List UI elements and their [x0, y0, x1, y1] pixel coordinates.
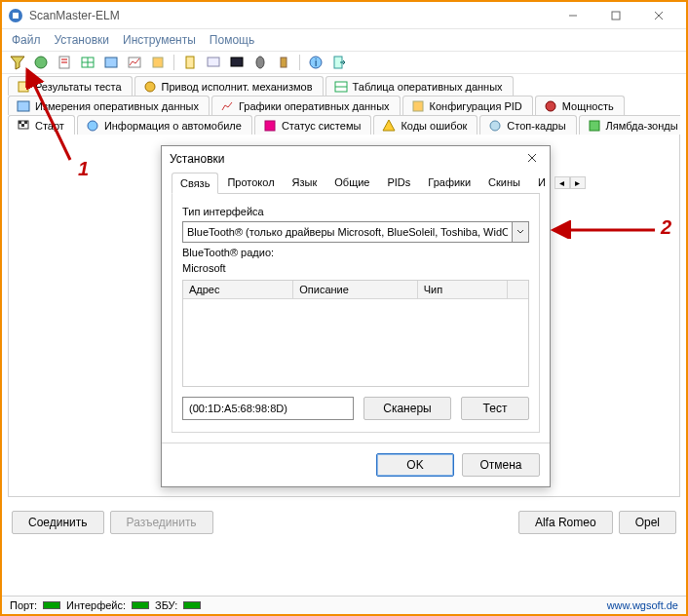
- tab-fault-codes[interactable]: Коды ошибок: [373, 115, 478, 135]
- dialog-tab-pids[interactable]: PIDs: [378, 172, 419, 193]
- document-icon[interactable]: [57, 55, 72, 70]
- menu-file[interactable]: Файл: [12, 33, 41, 47]
- svg-rect-28: [18, 101, 29, 111]
- menu-help[interactable]: Помощь: [210, 33, 254, 47]
- app-window: ScanMaster-ELM Файл Установки Инструмент…: [0, 0, 688, 616]
- exit-icon[interactable]: [331, 55, 347, 70]
- dialog-tab-graphs[interactable]: Графики: [419, 172, 479, 193]
- tab-scroll-left[interactable]: ◂: [554, 176, 570, 189]
- tab-measurements[interactable]: Измерения оперативных данных: [8, 96, 210, 115]
- statusbar: Порт: Интерфейс: ЗБУ: www.wgsoft.de: [2, 596, 686, 614]
- chart-icon[interactable]: [127, 55, 142, 70]
- flag-icon: [17, 119, 30, 133]
- tab-scroll-right[interactable]: ▸: [570, 176, 586, 189]
- vendor-link[interactable]: www.wgsoft.de: [607, 599, 678, 611]
- col-description[interactable]: Описание: [293, 281, 417, 298]
- dialog-tab-connection[interactable]: Связь: [172, 173, 218, 194]
- svg-rect-33: [24, 121, 27, 124]
- menu-settings[interactable]: Установки: [55, 33, 109, 47]
- config-icon[interactable]: [150, 55, 166, 70]
- dialog-titlebar: Установки: [162, 146, 550, 172]
- toolbar: i: [2, 52, 686, 74]
- tab-lambda[interactable]: Лямбда-зонды: [579, 115, 680, 135]
- col-chip[interactable]: Чип: [418, 281, 508, 298]
- cancel-button[interactable]: Отмена: [462, 453, 540, 477]
- funnel-icon[interactable]: [10, 55, 25, 70]
- globe-icon[interactable]: [33, 55, 49, 70]
- chevron-down-icon: [516, 228, 524, 236]
- svg-rect-34: [21, 124, 24, 127]
- monitor-icon[interactable]: [206, 55, 221, 70]
- port-led: [43, 601, 60, 609]
- tab-label: Привод исполнит. механизмов: [162, 81, 313, 93]
- minimize-button[interactable]: [552, 4, 594, 27]
- clipboard-icon[interactable]: [182, 55, 198, 70]
- dialog-close-button[interactable]: [522, 152, 542, 166]
- close-button[interactable]: [637, 4, 680, 27]
- interface-type-label: Тип интерфейса: [182, 206, 529, 217]
- tab-label: Информация о автомобиле: [104, 120, 242, 132]
- svg-point-6: [35, 57, 47, 68]
- dialog-tab-protocol[interactable]: Протокол: [218, 172, 283, 193]
- svg-text:i: i: [315, 58, 317, 68]
- tab-actuators[interactable]: Привод исполнит. механизмов: [134, 76, 324, 96]
- tab-start[interactable]: Старт: [8, 115, 75, 135]
- tab-pid-config[interactable]: Конфигурация PID: [402, 96, 533, 115]
- tab-power[interactable]: Мощность: [535, 96, 625, 115]
- devices-listbox[interactable]: Адрес Описание Чип: [182, 280, 529, 387]
- terminal-icon[interactable]: [229, 55, 245, 70]
- svg-point-30: [546, 101, 555, 111]
- scanners-button[interactable]: Сканеры: [363, 397, 451, 420]
- dialog-tab-skins[interactable]: Скины: [479, 172, 529, 193]
- interface-type-value[interactable]: [183, 223, 512, 241]
- tab-graphs[interactable]: Графики оперативных данных: [211, 96, 401, 115]
- svg-rect-29: [413, 101, 423, 111]
- dialog-tab-general[interactable]: Общие: [325, 172, 378, 193]
- opel-button[interactable]: Opel: [619, 511, 676, 534]
- ok-button[interactable]: OK: [376, 453, 454, 477]
- tab-label: Статус системы: [282, 120, 361, 132]
- tab-live-data-table[interactable]: Таблица оперативных данных: [325, 76, 514, 96]
- test-button[interactable]: Тест: [461, 397, 529, 420]
- table-icon: [334, 80, 348, 94]
- results-icon: [17, 80, 30, 94]
- tab-test-results[interactable]: Результаты теста: [8, 76, 133, 96]
- svg-rect-17: [208, 58, 219, 66]
- dialog-tab-language[interactable]: Язык: [284, 172, 326, 193]
- settings-dialog: Установки Связь Протокол Язык Общие PIDs…: [161, 145, 551, 487]
- tab-system-status[interactable]: Статус системы: [254, 115, 371, 135]
- dialog-button-row: OK Отмена: [162, 443, 550, 486]
- tab-freeze-frames[interactable]: Стоп-кадры: [479, 115, 576, 135]
- menubar: Файл Установки Инструменты Помощь: [2, 29, 686, 52]
- battery-icon[interactable]: [276, 55, 291, 70]
- alfa-romeo-button[interactable]: Alfa Romeo: [518, 511, 613, 534]
- interface-type-dropdown[interactable]: [512, 222, 529, 242]
- dialog-tab-more[interactable]: И: [529, 172, 554, 193]
- maximize-button[interactable]: [594, 4, 637, 27]
- menu-tools[interactable]: Инструменты: [123, 33, 196, 47]
- warning-icon: [382, 119, 396, 133]
- tab-vehicle-info[interactable]: Информация о автомобиле: [77, 115, 252, 135]
- dialog-title: Установки: [170, 152, 522, 166]
- tab-label: Лямбда-зонды: [606, 120, 678, 132]
- disconnect-button[interactable]: Разъединить: [110, 511, 213, 534]
- toolbar-separator-2: [299, 55, 300, 70]
- svg-rect-15: [153, 58, 163, 67]
- toolbar-separator: [173, 55, 174, 70]
- device-address-field[interactable]: [182, 397, 354, 420]
- power-icon: [544, 99, 557, 113]
- interface-type-combo[interactable]: [182, 221, 529, 243]
- bottom-button-bar: Соединить Разъединить Alfa Romeo Opel: [2, 503, 686, 542]
- gauge-icon[interactable]: [103, 55, 119, 70]
- status-interface-label: Интерфейс:: [66, 599, 126, 611]
- col-address[interactable]: Адрес: [183, 281, 293, 298]
- connect-button[interactable]: Соединить: [12, 511, 104, 534]
- info-icon[interactable]: i: [308, 55, 324, 70]
- tab-label: Графики оперативных данных: [239, 100, 390, 112]
- chart-icon: [220, 99, 234, 113]
- table-icon[interactable]: [80, 55, 96, 70]
- tab-label: Старт: [35, 120, 64, 132]
- svg-rect-24: [19, 82, 28, 92]
- device-icon[interactable]: [252, 55, 268, 70]
- tab-label: Результаты теста: [35, 81, 122, 93]
